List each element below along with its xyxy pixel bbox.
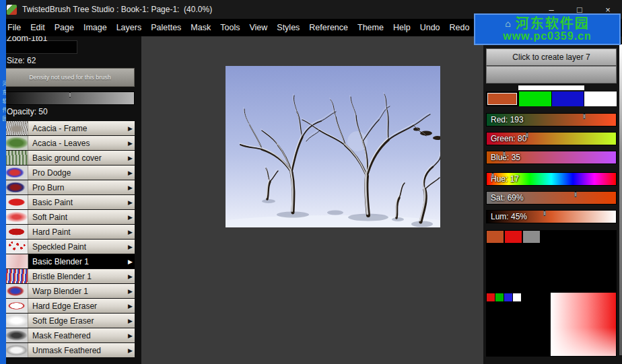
brush-label: Basic Paint xyxy=(32,198,73,207)
menu-file[interactable]: File xyxy=(3,23,26,32)
watermark-site-url: www.pc0359.cn xyxy=(503,30,592,42)
menu-palettes[interactable]: Palettes xyxy=(146,23,186,32)
brush-expand-arrow-icon[interactable]: ▶ xyxy=(128,199,133,206)
mini-swatch-3[interactable] xyxy=(513,293,521,301)
menu-reference[interactable]: Reference xyxy=(304,23,353,32)
lum-slider[interactable]: Lum: 45% xyxy=(486,210,617,223)
brush-item-pro-dodge[interactable]: Pro Dodge▶ xyxy=(5,166,135,180)
color-panel: Click to create layer 7 Red: 193Green: 8… xyxy=(483,36,622,364)
menu-tools[interactable]: Tools xyxy=(215,23,244,32)
brush-item-bristle-blender-1[interactable]: Bristle Blender 1▶ xyxy=(5,269,135,283)
palette-swatch-2[interactable] xyxy=(523,231,540,243)
red-slider[interactable]: Red: 193 xyxy=(486,113,617,126)
brush-expand-arrow-icon[interactable]: ▶ xyxy=(128,347,133,354)
rgb-sliders: Red: 193Green: 80Blue: 35 xyxy=(486,113,617,170)
brush-label: Unmask Feathered xyxy=(32,346,101,355)
brush-item-basic-paint[interactable]: Basic Paint▶ xyxy=(5,195,135,209)
mini-swatch-2[interactable] xyxy=(504,293,512,301)
watermark-side-text: 河东软件园 xyxy=(1,81,6,124)
brush-expand-arrow-icon[interactable]: ▶ xyxy=(128,170,133,176)
watermark-box: ⌂ 河东软件园 www.pc0359.cn xyxy=(474,13,621,45)
brush-item-hard-paint[interactable]: Hard Paint▶ xyxy=(5,225,135,239)
blue-slider[interactable]: Blue: 35 xyxy=(486,151,617,164)
blue-slider-label: Blue: 35 xyxy=(491,151,520,163)
red-slider-marker[interactable] xyxy=(584,114,586,119)
quick-swatch-row xyxy=(486,92,617,106)
canvas-image[interactable] xyxy=(226,66,440,227)
menu-theme[interactable]: Theme xyxy=(353,23,388,32)
sat-slider-label: Sat: 69% xyxy=(491,192,524,204)
green-slider-label: Green: 80 xyxy=(491,133,526,145)
brush-item-acacia-frame[interactable]: Acacia - Frame▶ xyxy=(5,121,135,135)
current-color-indicator xyxy=(518,85,584,90)
mini-swatch-row xyxy=(487,293,521,301)
menu-styles[interactable]: Styles xyxy=(272,23,304,32)
brush-expand-arrow-icon[interactable]: ▶ xyxy=(128,288,133,295)
lum-slider-label: Lum: 45% xyxy=(491,211,527,223)
speckled-paint-icon xyxy=(5,240,28,254)
brush-label: Warp Blender 1 xyxy=(32,287,88,296)
hue-slider-marker[interactable] xyxy=(492,173,494,178)
brush-expand-arrow-icon[interactable]: ▶ xyxy=(128,332,133,339)
mini-swatch-1[interactable] xyxy=(495,293,504,301)
brush-item-pro-burn[interactable]: Pro Burn▶ xyxy=(5,180,135,194)
palette-swatch-1[interactable] xyxy=(505,231,522,243)
brush-item-warp-blender-1[interactable]: Warp Blender 1▶ xyxy=(5,284,135,298)
brush-expand-arrow-icon[interactable]: ▶ xyxy=(128,125,133,132)
menu-edit[interactable]: Edit xyxy=(26,23,50,32)
brush-expand-arrow-icon[interactable]: ▶ xyxy=(128,214,133,221)
brush-expand-arrow-icon[interactable]: ▶ xyxy=(128,244,133,250)
brush-expand-arrow-icon[interactable]: ▶ xyxy=(128,229,133,235)
layer-bar[interactable] xyxy=(486,66,617,83)
quick-swatch-3[interactable] xyxy=(584,92,617,106)
menu-page[interactable]: Page xyxy=(50,23,79,32)
brush-item-speckled-paint[interactable]: Speckled Paint▶ xyxy=(5,240,135,254)
brush-item-basic-ground-cover[interactable]: Basic ground cover▶ xyxy=(5,151,135,165)
brush-item-mask-feathered[interactable]: Mask Feathered▶ xyxy=(5,328,135,342)
lum-slider-marker[interactable] xyxy=(544,211,546,216)
menu-mask[interactable]: Mask xyxy=(186,23,215,32)
warp-blender-icon xyxy=(5,284,28,298)
quick-swatch-1[interactable] xyxy=(519,92,551,106)
menu-image[interactable]: Image xyxy=(79,23,112,32)
brush-item-soft-paint[interactable]: Soft Paint▶ xyxy=(5,210,135,224)
menu-undo[interactable]: Undo xyxy=(415,23,445,32)
menu-help[interactable]: Help xyxy=(388,23,415,32)
brush-item-acacia-leaves[interactable]: Acacia - Leaves▶ xyxy=(5,136,135,150)
green-slider[interactable]: Green: 80 xyxy=(486,132,617,145)
brush-item-basic-blender-1[interactable]: Basic Blender 1▶ xyxy=(5,254,135,268)
panel-edge-highlight xyxy=(619,44,622,355)
unmask-feathered-icon xyxy=(5,343,28,357)
quick-swatch-2[interactable] xyxy=(552,92,584,106)
quick-swatch-0[interactable] xyxy=(486,92,518,106)
canvas[interactable] xyxy=(226,66,440,227)
menu-layers[interactable]: Layers xyxy=(112,23,147,32)
brush-expand-arrow-icon[interactable]: ▶ xyxy=(128,155,133,161)
mini-swatch-0[interactable] xyxy=(487,293,495,301)
menu-redo[interactable]: Redo xyxy=(445,23,475,32)
sat-slider-marker[interactable] xyxy=(575,192,577,197)
palette-grid[interactable] xyxy=(486,230,617,357)
brush-item-soft-edge-eraser[interactable]: Soft Edge Eraser▶ xyxy=(5,314,135,328)
brush-list: Acacia - Frame▶Acacia - Leaves▶Basic gro… xyxy=(5,121,135,358)
acacia-leaves-icon xyxy=(5,136,28,150)
menu-view[interactable]: View xyxy=(244,23,272,32)
brush-expand-arrow-icon[interactable]: ▶ xyxy=(128,140,133,147)
blue-slider-marker[interactable] xyxy=(504,151,506,157)
create-layer-button[interactable]: Click to create layer 7 xyxy=(486,48,617,66)
brush-expand-arrow-icon[interactable]: ▶ xyxy=(128,184,133,191)
brush-item-hard-edge-eraser[interactable]: Hard Edge Eraser▶ xyxy=(5,299,135,313)
color-variation-picker[interactable] xyxy=(551,293,616,356)
opacity-slider-marker[interactable] xyxy=(69,92,71,98)
brush-expand-arrow-icon[interactable]: ▶ xyxy=(128,258,133,265)
green-slider-marker[interactable] xyxy=(526,133,528,138)
brush-panel: Size: 62 Density not used for this brush… xyxy=(0,36,141,364)
sat-slider[interactable]: Sat: 69% xyxy=(486,191,617,205)
palette-swatch-0[interactable] xyxy=(487,231,504,243)
brush-expand-arrow-icon[interactable]: ▶ xyxy=(128,273,133,280)
brush-expand-arrow-icon[interactable]: ▶ xyxy=(128,303,133,310)
hue-slider[interactable]: Hue: 17 xyxy=(486,172,617,186)
opacity-slider[interactable] xyxy=(5,92,135,105)
brush-item-unmask-feathered[interactable]: Unmask Feathered▶ xyxy=(5,343,135,357)
brush-expand-arrow-icon[interactable]: ▶ xyxy=(128,318,133,324)
